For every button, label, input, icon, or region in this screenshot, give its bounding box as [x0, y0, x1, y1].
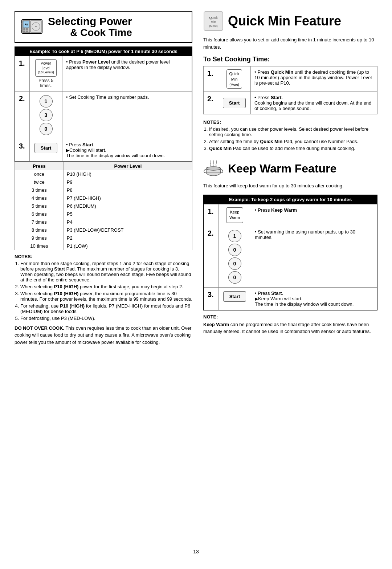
quick-min-icon: Quick Min (More): [203, 11, 224, 31]
power-level-table: Press Power Level onceP10 (HIGH)twiceP93…: [15, 162, 192, 250]
note-text-kw: Keep Warm can be programmed as the final…: [203, 321, 377, 335]
svg-text:P8: P8: [25, 23, 28, 26]
qm-step-2-num: 2.: [204, 92, 218, 114]
kw-step-2-icon: 1 0 0 0: [219, 226, 251, 287]
press-cell: 6 times: [15, 210, 64, 218]
press-cell: twice: [15, 178, 64, 186]
kw-step-1-row: 1. Keep Warm • Press Keep Warm: [204, 204, 377, 226]
quick-min-description: This feature allows you to set or add co…: [203, 36, 377, 50]
step-1-below-icon: Press 5 times.: [33, 78, 58, 88]
steps-table-left: 1. Power Level (10 Levels) Press 5 times…: [15, 56, 192, 162]
svg-rect-7: [21, 23, 22, 30]
quick-min-steps-table: 1. Quick Min (More) • Press Quick Min un…: [203, 66, 377, 114]
level-cell: P5: [64, 210, 192, 218]
microwave-svg: P8: [20, 15, 44, 38]
do-not-cook-text: DO NOT OVER COOK. This oven requires les…: [15, 325, 191, 345]
title-line1: Selecting Power: [48, 15, 132, 27]
step-1-num: 1.: [15, 56, 30, 92]
step-3-text: • Press Start. ▶Cooking will start. The …: [62, 139, 192, 161]
qm-step-2-text: • Press Start. Cooking begins and the ti…: [251, 92, 377, 114]
svg-rect-10: [23, 31, 25, 32]
svg-rect-9: [26, 28, 28, 30]
note-section-kw: NOTE: Keep Warm can be programmed as the…: [203, 314, 377, 335]
kw-step-1-icon: Keep Warm: [219, 204, 251, 226]
qm-step-2-icon: Start: [218, 92, 251, 114]
section-title: Selecting Power & Cook Time: [48, 15, 132, 38]
qm-step-1-num: 1.: [204, 66, 218, 92]
kw-step-2-text: • Set warming time using number pads, up…: [251, 226, 377, 287]
example-header-left: Example: To cook at P 6 (MEDIUM) power f…: [15, 47, 192, 56]
press-cell: 9 times: [15, 234, 64, 242]
power-table-row: 10 timesP1 (LOW): [15, 242, 192, 250]
to-set-cooking-heading: To Set Cooking Time:: [203, 56, 377, 63]
step-3-row: 3. Start • Press Start. ▶Cooking will st…: [15, 139, 192, 161]
power-table-row: onceP10 (HIGH): [15, 170, 192, 178]
press-cell: 7 times: [15, 218, 64, 226]
note-item-qm: Quick Min Pad can be used to add more ti…: [209, 146, 377, 151]
quick-min-header: Quick Min (More) Quick Min Feature: [203, 11, 377, 31]
qm-step-2-row: 2. Start • Press Start. Cooking begins a…: [204, 92, 377, 114]
left-column: P8 Se: [15, 11, 192, 541]
step-1-icon: Power Level (10 Levels) Press 5 times.: [30, 56, 62, 92]
two-column-layout: P8 Se: [15, 11, 377, 541]
step-2-icon: 1 3 0: [30, 91, 62, 139]
btn-0: 0: [40, 123, 53, 135]
btn-1: 1: [40, 95, 53, 107]
qm-step-1-row: 1. Quick Min (More) • Press Quick Min un…: [204, 66, 377, 92]
title-line2: & Cook Time: [48, 27, 132, 38]
level-cell: P7 (MED-HIGH): [64, 194, 192, 202]
press-cell: 3 times: [15, 186, 64, 194]
press-cell: 4 times: [15, 194, 64, 202]
microwave-icon: P8: [20, 15, 44, 38]
press-cell: 8 times: [15, 226, 64, 234]
power-table-row: 8 timesP3 (MED-LOW)/DEFROST: [15, 226, 192, 234]
selecting-power-header: P8 Se: [15, 11, 192, 43]
kw-step-3-row: 3. Start • Press Start. ▶Keep Warm will …: [204, 287, 377, 310]
note-item-left: For defrosting, use P3 (MED-LOW).: [20, 316, 192, 321]
step-2-row: 2. 1 3 0 • Set Cooking Time using number…: [15, 91, 192, 139]
step-2-num: 2.: [15, 91, 30, 139]
press-cell: 5 times: [15, 202, 64, 210]
quick-min-title: Quick Min Feature: [228, 14, 341, 28]
level-cell: P4: [64, 218, 192, 226]
kw-btn-0c: 0: [228, 271, 241, 284]
page-number: 13: [15, 549, 377, 558]
press-cell: once: [15, 170, 64, 178]
note-title-kw: NOTE:: [203, 314, 377, 320]
kw-step-3-icon: Start: [219, 287, 251, 310]
step-1-row: 1. Power Level (10 Levels) Press 5 times…: [15, 56, 192, 92]
kw-btn-0a: 0: [228, 244, 241, 256]
qm-step-1-text: • Press Quick Min until the desired cook…: [251, 66, 377, 92]
level-cell: P3 (MED-LOW)/DEFROST: [64, 226, 192, 234]
svg-point-18: [206, 167, 221, 170]
svg-text:Min: Min: [211, 20, 216, 24]
notes-title-qm: NOTES:: [203, 119, 377, 125]
right-column: Quick Min (More) Quick Min Feature This …: [203, 11, 377, 541]
btn-start-qm: Start: [223, 98, 246, 108]
press-col-header: Press: [15, 162, 64, 170]
notes-section-left: NOTES: For more than one stage cooking, …: [15, 254, 192, 321]
keep-warm-example-box: Example: To keep 2 cups of gravy warm fo…: [203, 195, 377, 310]
kw-step-3-num: 3.: [204, 287, 219, 310]
kw-step-2-num: 2.: [204, 226, 219, 287]
step-1-text: • Press Power Level until the desired po…: [62, 56, 192, 92]
keep-warm-example-header: Example: To keep 2 cups of gravy warm fo…: [204, 195, 377, 204]
note-item-qm: After setting the time by Quick Min Pad,…: [209, 139, 377, 144]
btn-start-kw: Start: [223, 291, 246, 302]
page: P8 Se: [0, 0, 392, 569]
kw-step-2-row: 2. 1 0 0 0 • Set warmin: [204, 226, 377, 287]
svg-text:(More): (More): [209, 24, 218, 28]
level-cell: P10 (HIGH): [64, 170, 192, 178]
notes-section-qm: NOTES: If desired, you can use other pow…: [203, 119, 377, 151]
do-not-cook: DO NOT OVER COOK. This oven requires les…: [15, 325, 192, 346]
svg-rect-8: [23, 28, 25, 30]
power-table-row: 7 timesP4: [15, 218, 192, 226]
notes-list-left: For more than one stage cooking, repeat …: [15, 261, 192, 321]
step-3-num: 3.: [15, 139, 30, 161]
power-table-row: 5 timesP6 (MEDIUM): [15, 202, 192, 210]
keep-warm-title: Keep Warm Feature: [228, 162, 336, 175]
level-cell: P8: [64, 186, 192, 194]
keep-warm-steps-table: 1. Keep Warm • Press Keep Warm: [204, 204, 377, 310]
power-table-row: 3 timesP8: [15, 186, 192, 194]
svg-text:Quick: Quick: [209, 16, 218, 20]
